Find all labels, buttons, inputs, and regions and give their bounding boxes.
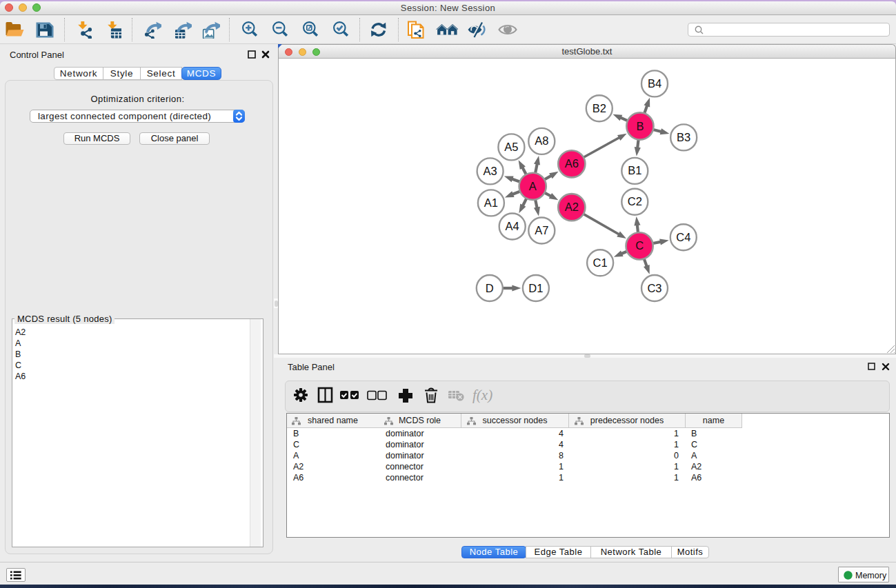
svg-text:A: A [529, 180, 537, 192]
svg-text:C3: C3 [647, 282, 661, 294]
svg-text:D: D [486, 282, 494, 294]
svg-text:C2: C2 [628, 195, 642, 207]
svg-text:A1: A1 [484, 196, 498, 209]
svg-text:A7: A7 [535, 224, 548, 236]
svg-text:C1: C1 [593, 256, 608, 269]
svg-text:C: C [635, 239, 644, 252]
svg-text:B2: B2 [593, 102, 606, 114]
svg-text:A6: A6 [565, 157, 579, 170]
svg-text:B4: B4 [648, 77, 661, 90]
svg-text:A8: A8 [535, 134, 548, 147]
svg-text:f(x): f(x) [472, 387, 492, 403]
svg-text:C4: C4 [676, 231, 690, 243]
svg-text:A4: A4 [506, 220, 519, 232]
svg-text:B: B [636, 120, 644, 132]
svg-text:B1: B1 [628, 164, 641, 176]
svg-text:D1: D1 [528, 282, 543, 294]
svg-text:A2: A2 [565, 201, 579, 213]
svg-text:A5: A5 [504, 141, 518, 153]
svg-text:A3: A3 [484, 165, 497, 177]
svg-text:B3: B3 [677, 131, 690, 143]
